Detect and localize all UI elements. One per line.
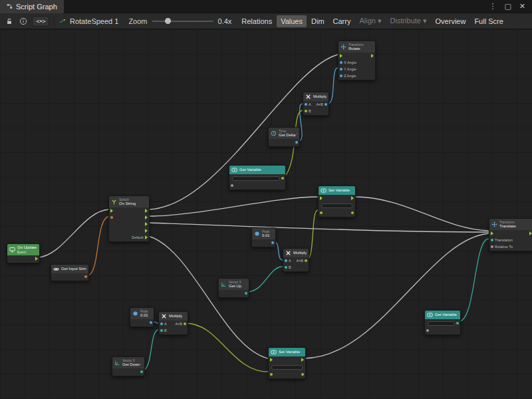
node-row: [229, 182, 285, 189]
flow-port-in[interactable]: [340, 54, 343, 58]
node-switch-on-string[interactable]: SwitchOn StringDefault: [108, 196, 150, 242]
node-float-1[interactable]: Float0.01: [251, 227, 276, 247]
value-port-in[interactable]: [160, 323, 163, 325]
node-multiply-0[interactable]: MultiplyAA×BB: [303, 92, 329, 116]
flow-port-out[interactable]: [145, 209, 148, 213]
variable-name-dropdown[interactable]: [271, 365, 303, 370]
value-port-in[interactable]: [160, 329, 163, 332]
node-get-delta-time[interactable]: TimeGet Delta Time: [268, 127, 300, 147]
window-menu-icon[interactable]: ⋮: [489, 2, 496, 11]
flow-port-out[interactable]: [145, 215, 148, 219]
node-row: [425, 327, 460, 334]
info-icon[interactable]: [18, 16, 29, 27]
gamepad-icon: [53, 266, 59, 272]
node-set-variable-2[interactable]: Set Variable: [268, 347, 306, 379]
flow-port-out[interactable]: [371, 54, 374, 58]
distribute-button[interactable]: Distribute ▾: [386, 15, 431, 27]
value-port-in[interactable]: [305, 103, 307, 106]
flow-port-in[interactable]: [110, 209, 114, 213]
zoom-slider-handle[interactable]: [165, 18, 171, 24]
node-multiply-1[interactable]: MultiplyAA×BB: [283, 248, 309, 272]
values-button[interactable]: Values: [277, 15, 307, 27]
node-rotate[interactable]: TransformRotateX AngleY AngleZ Angle: [338, 41, 376, 80]
graph-canvas[interactable]: On UpdateEventGet Input StrinSwitchOn St…: [0, 29, 532, 399]
value-port-out[interactable]: [295, 141, 298, 144]
value-port-out[interactable]: [245, 292, 247, 295]
value-port-out[interactable]: [456, 322, 459, 325]
lock-icon[interactable]: [4, 16, 15, 27]
flow-port-in[interactable]: [320, 196, 323, 200]
value-port-out[interactable]: [351, 211, 354, 214]
value-port-in[interactable]: [285, 259, 287, 262]
port-label: X Angle: [344, 61, 356, 65]
value-port-out[interactable]: [281, 177, 284, 180]
zoom-slider[interactable]: [152, 17, 213, 26]
value-port-in[interactable]: [340, 61, 342, 64]
value-port-in[interactable]: [320, 211, 323, 214]
dim-button[interactable]: Dim: [307, 15, 329, 27]
value-port-in[interactable]: [340, 74, 342, 77]
close-icon[interactable]: ✕: [519, 2, 525, 11]
variable-name-dropdown[interactable]: [321, 203, 352, 208]
node-set-variable-1[interactable]: Set Variable: [318, 186, 356, 217]
value-port-out[interactable]: [84, 275, 87, 278]
value-port-out[interactable]: [305, 259, 307, 262]
branch-icon: [111, 199, 117, 205]
flow-port-in[interactable]: [491, 231, 494, 235]
node-translate[interactable]: TransformTranslateTranslationRelative To: [489, 218, 532, 251]
relations-button[interactable]: Relations: [237, 15, 276, 27]
value-port-in[interactable]: [110, 216, 113, 219]
value-port-in[interactable]: [491, 245, 493, 248]
node-subtitle: Event: [17, 250, 37, 254]
code-icon[interactable]: <•>: [32, 16, 49, 27]
value-port-out[interactable]: [140, 370, 143, 373]
row-left: [340, 54, 343, 58]
port-label: B: [309, 109, 311, 113]
maximize-icon[interactable]: ▢: [504, 2, 511, 11]
value-port-out[interactable]: [184, 323, 186, 325]
value-port-out[interactable]: [271, 241, 274, 244]
value-port-in[interactable]: [426, 329, 429, 332]
graph-name[interactable]: RotateSpeed 1: [70, 17, 118, 25]
fullscreen-button[interactable]: Full Scre: [470, 15, 507, 27]
flow-port-out[interactable]: [145, 222, 148, 226]
node-on-update[interactable]: On UpdateEvent: [7, 243, 40, 263]
variable-name-dropdown[interactable]: [232, 176, 280, 181]
port-label: Translation: [495, 238, 513, 242]
node-get-variable-2[interactable]: Get Variable: [424, 310, 461, 335]
overview-button[interactable]: Overview: [432, 15, 470, 27]
node-float-2[interactable]: Float0.01: [130, 307, 154, 327]
flow-port-out[interactable]: [351, 196, 354, 200]
node-multiply-2[interactable]: MultiplyAA×BB: [158, 311, 188, 335]
value-port-out[interactable]: [301, 373, 304, 376]
tab-script-graph[interactable]: Script Graph: [0, 0, 64, 13]
row-right: [351, 196, 354, 200]
flow-port-out[interactable]: [35, 257, 39, 261]
value-port-in[interactable]: [491, 239, 493, 241]
flow-port-in[interactable]: [270, 358, 273, 362]
carry-button[interactable]: Carry: [329, 15, 355, 27]
multiply-icon: [305, 94, 311, 100]
flow-port-out[interactable]: [301, 358, 305, 362]
flow-port-out[interactable]: [145, 229, 148, 233]
node-layer: On UpdateEventGet Input StrinSwitchOn St…: [0, 29, 532, 399]
value-port-in[interactable]: [305, 110, 307, 112]
value-port-out[interactable]: [150, 321, 152, 324]
multiply-icon: [285, 250, 291, 256]
row-left: A: [285, 259, 291, 263]
node-get-variable-1[interactable]: Get Variable: [229, 165, 286, 190]
node-get-input-string[interactable]: Get Input Strin: [51, 264, 89, 281]
node-header-text: Float0.01: [262, 229, 270, 238]
zoom-slider-track[interactable]: [152, 21, 213, 22]
node-get-down[interactable]: Vector 3Get Down: [112, 356, 145, 376]
value-port-in[interactable]: [285, 266, 287, 269]
flow-port-out[interactable]: [145, 235, 148, 239]
align-button[interactable]: Align ▾: [355, 15, 385, 27]
flow-port-out[interactable]: [529, 231, 532, 235]
node-get-up[interactable]: Vector 3Get Up: [218, 278, 249, 298]
value-port-in[interactable]: [270, 373, 273, 376]
value-port-in[interactable]: [231, 184, 233, 187]
value-port-out[interactable]: [325, 103, 327, 106]
variable-name-dropdown[interactable]: [428, 321, 455, 326]
value-port-in[interactable]: [340, 68, 342, 70]
